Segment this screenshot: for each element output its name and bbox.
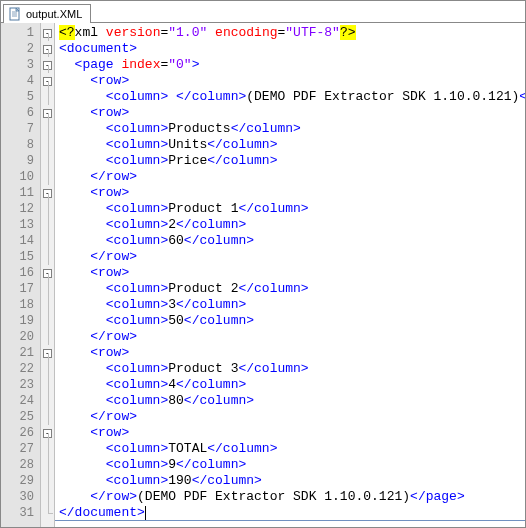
code-line[interactable]: <column>4</column> (59, 377, 525, 393)
line-number: 30 (1, 489, 40, 505)
line-number: 23 (1, 377, 40, 393)
fold-cell[interactable]: - (41, 57, 54, 73)
code-line[interactable]: <column>50</column> (59, 313, 525, 329)
fold-cell (41, 201, 54, 217)
fold-cell (41, 393, 54, 409)
code-line[interactable]: <column>9</column> (59, 457, 525, 473)
fold-cell (41, 249, 54, 265)
line-number: 28 (1, 457, 40, 473)
fold-cell (41, 153, 54, 169)
line-number: 25 (1, 409, 40, 425)
code-line[interactable]: <row> (59, 265, 525, 281)
line-number: 3 (1, 57, 40, 73)
code-line[interactable]: <column>TOTAL</column> (59, 441, 525, 457)
fold-cell (41, 89, 54, 105)
fold-cell (41, 329, 54, 345)
line-number: 5 (1, 89, 40, 105)
fold-cell[interactable]: - (41, 425, 54, 441)
code-line[interactable]: <column>190</column> (59, 473, 525, 489)
code-line[interactable]: <column>Price</column> (59, 153, 525, 169)
line-number: 12 (1, 201, 40, 217)
fold-cell (41, 457, 54, 473)
code-line[interactable]: </row> (59, 329, 525, 345)
fold-cell (41, 409, 54, 425)
fold-cell (41, 297, 54, 313)
fold-cell[interactable]: - (41, 105, 54, 121)
code-line[interactable]: <page index="0"> (59, 57, 525, 73)
line-number: 21 (1, 345, 40, 361)
code-line[interactable]: <column>Products</column> (59, 121, 525, 137)
code-line[interactable]: <row> (59, 345, 525, 361)
code-line[interactable]: <row> (59, 73, 525, 89)
fold-cell (41, 361, 54, 377)
line-number: 1 (1, 25, 40, 41)
fold-cell (41, 377, 54, 393)
code-line[interactable]: <column>Product 3</column> (59, 361, 525, 377)
line-number: 26 (1, 425, 40, 441)
code-line[interactable]: <column>80</column> (59, 393, 525, 409)
line-number-gutter: 1234567891011121314151617181920212223242… (1, 23, 41, 527)
tab-bar: output.XML (1, 1, 525, 23)
code-line[interactable]: <column>2</column> (59, 217, 525, 233)
line-number: 4 (1, 73, 40, 89)
line-number: 8 (1, 137, 40, 153)
line-number: 2 (1, 41, 40, 57)
code-line[interactable]: </row> (59, 249, 525, 265)
code-line[interactable]: </row>(DEMO PDF Extractor SDK 1.10.0.121… (59, 489, 525, 505)
code-line[interactable]: <column>60</column> (59, 233, 525, 249)
fold-cell (41, 217, 54, 233)
line-number: 31 (1, 505, 40, 521)
line-number: 18 (1, 297, 40, 313)
code-line[interactable]: <column>3</column> (59, 297, 525, 313)
line-number: 16 (1, 265, 40, 281)
line-number: 20 (1, 329, 40, 345)
line-number: 29 (1, 473, 40, 489)
code-line[interactable]: </row> (59, 169, 525, 185)
code-line[interactable]: <column>Product 1</column> (59, 201, 525, 217)
line-number: 24 (1, 393, 40, 409)
line-number: 14 (1, 233, 40, 249)
fold-cell[interactable]: - (41, 41, 54, 57)
code-line[interactable]: </document> (59, 505, 525, 521)
code-line[interactable]: <row> (59, 185, 525, 201)
line-number: 27 (1, 441, 40, 457)
file-icon (8, 7, 22, 21)
line-number: 13 (1, 217, 40, 233)
fold-cell[interactable]: - (41, 185, 54, 201)
fold-cell (41, 233, 54, 249)
fold-cell[interactable] (41, 505, 54, 521)
code-line[interactable]: <column>Product 2</column> (59, 281, 525, 297)
fold-gutter[interactable]: --------- (41, 23, 55, 527)
line-number: 22 (1, 361, 40, 377)
line-number: 19 (1, 313, 40, 329)
line-number: 15 (1, 249, 40, 265)
fold-cell (41, 169, 54, 185)
code-line[interactable]: <row> (59, 425, 525, 441)
fold-cell[interactable]: - (41, 25, 54, 41)
fold-cell (41, 489, 54, 505)
line-number: 11 (1, 185, 40, 201)
line-number: 17 (1, 281, 40, 297)
code-line[interactable]: <column> </column>(DEMO PDF Extractor SD… (59, 89, 525, 105)
code-line[interactable]: <row> (59, 105, 525, 121)
line-number: 10 (1, 169, 40, 185)
fold-cell[interactable]: - (41, 345, 54, 361)
code-line[interactable]: <column>Units</column> (59, 137, 525, 153)
code-line[interactable]: <document> (59, 41, 525, 57)
line-number: 6 (1, 105, 40, 121)
code-editor[interactable]: 1234567891011121314151617181920212223242… (1, 23, 525, 527)
fold-cell (41, 281, 54, 297)
code-line[interactable]: </row> (59, 409, 525, 425)
fold-cell (41, 137, 54, 153)
fold-cell (41, 441, 54, 457)
fold-cell[interactable]: - (41, 265, 54, 281)
fold-cell (41, 313, 54, 329)
code-line[interactable]: <?xml version="1.0" encoding="UTF-8"?> (59, 25, 525, 41)
file-tab[interactable]: output.XML (3, 4, 91, 23)
fold-cell[interactable]: - (41, 73, 54, 89)
code-content[interactable]: <?xml version="1.0" encoding="UTF-8"?><d… (55, 23, 525, 527)
fold-cell (41, 473, 54, 489)
fold-cell (41, 121, 54, 137)
file-tab-label: output.XML (26, 8, 82, 20)
line-number: 9 (1, 153, 40, 169)
